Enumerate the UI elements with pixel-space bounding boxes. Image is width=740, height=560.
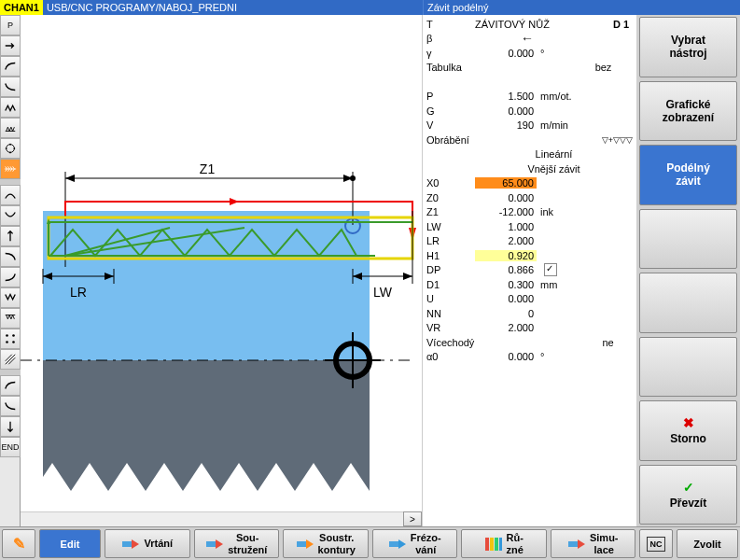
- dp-checkbox[interactable]: [544, 263, 557, 276]
- operation-icon: [388, 537, 407, 552]
- tool-curve-4[interactable]: [0, 205, 21, 226]
- vsoftkey-4[interactable]: [639, 273, 737, 333]
- hsoftkey-2[interactable]: Soustr. kontury: [283, 529, 369, 558]
- operation-icon: [121, 537, 140, 552]
- tool-curve-7[interactable]: [0, 375, 21, 396]
- scroll-right-button[interactable]: >: [403, 511, 422, 526]
- param-gamma[interactable]: γ 0.000 °: [426, 46, 633, 61]
- param-mode1[interactable]: Lineární: [426, 147, 633, 162]
- param-LR[interactable]: LR 2.000: [426, 234, 633, 249]
- hsoftkey-5[interactable]: Simu- lace: [551, 529, 636, 558]
- param-LW[interactable]: LW 1.000: [426, 219, 633, 234]
- tool-pattern-2[interactable]: [0, 329, 21, 349]
- hsoftkey-label: Vrtání: [144, 538, 173, 549]
- svg-rect-50: [568, 541, 578, 547]
- tool-curve-1[interactable]: [0, 56, 21, 77]
- tool-thread-active[interactable]: [0, 159, 21, 179]
- param-obrabeni[interactable]: Obrábění ▽+▽▽▽: [426, 133, 633, 147]
- param-alpha0[interactable]: α0 0.000 °: [426, 350, 633, 365]
- operation-icon: [205, 537, 224, 552]
- nc-icon-button[interactable]: NC: [639, 529, 673, 558]
- svg-point-0: [7, 145, 15, 153]
- vsoftkey-label: Převzít: [670, 497, 706, 510]
- graphics-canvas: Z1: [21, 15, 422, 526]
- nc-icon: NC: [647, 537, 665, 552]
- vsoftkey-7[interactable]: ✓Převzít: [639, 465, 737, 525]
- param-tabulka[interactable]: Tabulka bez: [426, 61, 633, 76]
- hsoftkey-label: Sou- stružení: [228, 532, 267, 554]
- tool-zigzag[interactable]: [0, 97, 21, 118]
- param-Z0[interactable]: Z0 0.000: [426, 190, 633, 205]
- param-P[interactable]: P 1.500 mm/ot.: [426, 90, 633, 105]
- svg-marker-17: [65, 175, 75, 182]
- vsoftkey-5[interactable]: [639, 337, 737, 398]
- tool-curve-8[interactable]: [0, 396, 21, 416]
- tool-p[interactable]: P: [0, 15, 21, 35]
- canvas-label-lw: LW: [373, 285, 393, 300]
- tool-hatch[interactable]: [0, 349, 21, 370]
- edit-button[interactable]: Edit: [39, 529, 101, 558]
- param-VR[interactable]: VR 2.000: [426, 321, 633, 336]
- parameters-panel: T ZÁVITOVÝ NŮŽ D 1 β ← γ 0.000 ° Tabulka…: [422, 15, 636, 526]
- svg-rect-40: [206, 541, 216, 547]
- svg-marker-41: [216, 539, 223, 549]
- hsoftkey-label: Rů- zné: [507, 532, 524, 554]
- vsoftkey-6[interactable]: ✖Storno: [639, 400, 737, 461]
- param-DP[interactable]: DP 0.866: [426, 263, 633, 278]
- tool-vert-arrow[interactable]: [0, 226, 21, 246]
- program-path: USB/CNC PROGRAMY/NABOJ_PREDNI: [43, 0, 423, 15]
- vsoftkey-3[interactable]: [639, 209, 737, 270]
- tool-curve-3[interactable]: [0, 185, 21, 205]
- param-V[interactable]: V 190 m/min: [426, 119, 633, 133]
- svg-point-8: [12, 341, 15, 343]
- cancel-icon: ✖: [683, 415, 694, 430]
- svg-marker-43: [306, 539, 314, 549]
- tool-thread-2[interactable]: [0, 308, 21, 329]
- svg-marker-51: [578, 539, 585, 549]
- tool-zigzag-2[interactable]: [0, 287, 21, 308]
- tool-end[interactable]: END: [0, 437, 21, 457]
- vertical-softkeys: Vybrat nástrojGrafické zobrazeníPodélný …: [636, 15, 740, 526]
- param-X0[interactable]: X0 65.000: [426, 176, 633, 191]
- hsoftkey-label: Simu- lace: [590, 532, 619, 554]
- param-U[interactable]: U 0.000: [426, 292, 633, 307]
- horizontal-softkeys: ✎ Edit VrtáníSou- struženíSoustr. kontur…: [0, 526, 740, 560]
- hsoftkey-1[interactable]: Sou- stružení: [194, 529, 280, 558]
- param-beta[interactable]: β ←: [426, 32, 633, 47]
- param-H1[interactable]: H1 0.920: [426, 248, 633, 263]
- tool-vert-2[interactable]: [0, 416, 21, 437]
- svg-point-22: [350, 175, 356, 181]
- param-G[interactable]: G 0.000: [426, 104, 633, 119]
- svg-rect-48: [495, 538, 498, 551]
- accept-icon: ✓: [683, 480, 694, 495]
- param-D1[interactable]: D1 0.300 mm: [426, 277, 633, 292]
- tool-curve-6[interactable]: [0, 267, 21, 287]
- param-NN[interactable]: NN 0: [426, 306, 633, 321]
- vsoftkey-0[interactable]: Vybrat nástroj: [639, 17, 737, 77]
- tool-pattern[interactable]: [0, 138, 21, 159]
- horizontal-scrollbar[interactable]: [21, 511, 403, 526]
- svg-point-6: [12, 334, 15, 337]
- vsoftkey-2[interactable]: Podélný závit: [639, 145, 737, 205]
- param-Z1[interactable]: Z1 -12.000 ink: [426, 205, 633, 220]
- tool-thread-icon[interactable]: [0, 118, 21, 138]
- param-T[interactable]: T ZÁVITOVÝ NŮŽ D 1: [426, 17, 633, 32]
- canvas-label-z1: Z1: [200, 161, 216, 176]
- vsoftkey-label: Podélný závit: [666, 161, 710, 188]
- hsoftkey-3[interactable]: Frézo- vání: [372, 529, 458, 558]
- tool-curve-5[interactable]: [0, 246, 21, 267]
- vsoftkey-label: Storno: [670, 432, 706, 445]
- param-mode2[interactable]: Vnější závit: [426, 161, 633, 176]
- edit-icon-button[interactable]: ✎: [2, 529, 35, 558]
- svg-point-7: [6, 341, 8, 343]
- hsoftkey-4[interactable]: Rů- zné: [461, 529, 547, 558]
- tool-arrow-right[interactable]: [0, 35, 21, 56]
- param-vicechody[interactable]: Vícechodý ne: [426, 335, 633, 350]
- canvas-label-lr: LR: [70, 285, 87, 300]
- vsoftkey-1[interactable]: Grafické zobrazení: [639, 81, 737, 142]
- svg-rect-38: [122, 541, 132, 547]
- zvolit-button[interactable]: Zvolit: [677, 529, 738, 558]
- hsoftkey-0[interactable]: Vrtání: [105, 529, 190, 558]
- left-toolbar: P END: [0, 15, 21, 526]
- tool-curve-2[interactable]: [0, 77, 21, 97]
